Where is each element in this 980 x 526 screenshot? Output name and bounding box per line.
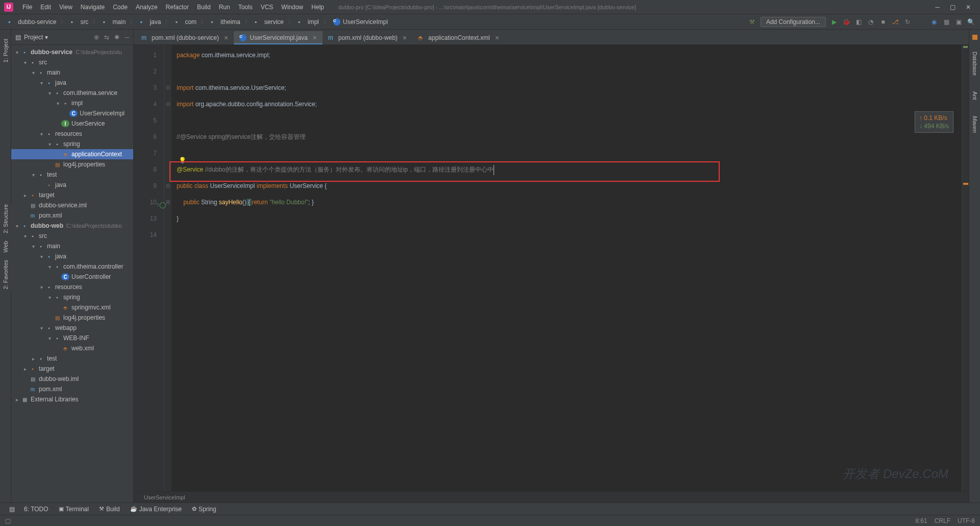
run-icon[interactable]: ▶ bbox=[830, 18, 838, 26]
close-button[interactable]: ✕ bbox=[966, 4, 971, 11]
tree-src[interactable]: ▾▪src bbox=[11, 57, 133, 67]
tree-web-main[interactable]: ▾▪main bbox=[11, 241, 133, 251]
crumb-com[interactable]: ▪com bbox=[172, 17, 200, 27]
tab-structure[interactable]: 2: Structure bbox=[3, 204, 9, 233]
menu-tools[interactable]: Tools bbox=[234, 4, 257, 11]
tree-springmvc[interactable]: ⬘springmvc.xml bbox=[11, 302, 133, 313]
tab-ant[interactable]: Ant bbox=[971, 87, 979, 104]
crumb-src[interactable]: ▪src bbox=[67, 17, 91, 27]
crumb-service[interactable]: ▪service bbox=[252, 17, 287, 27]
tree-web-java[interactable]: ▾▪java bbox=[11, 251, 133, 261]
add-configuration-button[interactable]: Add Configuration... bbox=[761, 17, 826, 27]
tab-pom-web[interactable]: mpom.xml (dubbo-web)× bbox=[323, 31, 412, 44]
profile-icon[interactable]: ◔ bbox=[867, 18, 875, 26]
tree-web-target[interactable]: ▸▪target bbox=[11, 364, 133, 374]
close-tab-icon[interactable]: × bbox=[313, 34, 317, 42]
crumb-impl[interactable]: ▪impl bbox=[295, 17, 322, 27]
close-tab-icon[interactable]: × bbox=[495, 34, 499, 42]
tree-resources[interactable]: ▾▪resources bbox=[11, 129, 133, 139]
error-stripe[interactable] bbox=[962, 45, 969, 491]
minimize-button[interactable]: ─ bbox=[935, 4, 940, 11]
code-editor[interactable]: 123456789101314 ⊟⊟⊟⊞ 💡 ↑◯ package com.it… bbox=[134, 45, 969, 491]
settings-icon[interactable]: ✱ bbox=[114, 34, 119, 41]
menu-build[interactable]: Build bbox=[193, 4, 215, 11]
git-icon[interactable]: ⎇ bbox=[891, 18, 899, 26]
run-gutter-icon[interactable]: ↑◯ bbox=[156, 197, 166, 213]
tree-impl[interactable]: ▾▪impl bbox=[11, 98, 133, 108]
tree-webxml[interactable]: ⬘web.xml bbox=[11, 343, 133, 353]
search-everywhere-icon[interactable]: 🔍 bbox=[967, 18, 975, 26]
tree-web-log4j[interactable]: ▤log4j.properties bbox=[11, 313, 133, 323]
menu-code[interactable]: Code bbox=[109, 4, 132, 11]
crumb-java[interactable]: ▪java bbox=[137, 17, 164, 27]
tool-java-enterprise[interactable]: ☕ Java Enterprise bbox=[125, 506, 187, 513]
tree-test[interactable]: ▾▪test bbox=[11, 170, 133, 180]
tree-main[interactable]: ▾▪main bbox=[11, 67, 133, 78]
tab-favorites[interactable]: 2: Favorites bbox=[3, 260, 9, 289]
debug-icon[interactable]: 🐞 bbox=[842, 18, 850, 26]
tool-todo[interactable]: 6: TODO bbox=[19, 506, 54, 513]
coverage-icon[interactable]: ◧ bbox=[854, 18, 863, 26]
close-tab-icon[interactable]: × bbox=[403, 34, 407, 42]
menu-file[interactable]: File bbox=[18, 4, 36, 11]
collapse-icon[interactable]: ⇆ bbox=[104, 34, 109, 41]
status-encoding[interactable]: UTF-8 bbox=[958, 517, 975, 524]
tool-terminal[interactable]: ▣ Terminal bbox=[54, 506, 94, 513]
crumb-itheima[interactable]: ▪itheima bbox=[208, 17, 243, 27]
tree-userserviceimpl[interactable]: CUserServiceImpl bbox=[11, 108, 133, 118]
inspection-indicator[interactable] bbox=[972, 35, 977, 40]
menu-analyze[interactable]: Analyze bbox=[132, 4, 162, 11]
tree-web-pom[interactable]: mpom.xml bbox=[11, 384, 133, 394]
tab-database[interactable]: Database bbox=[971, 47, 979, 80]
tree-web-spring[interactable]: ▾▪spring bbox=[11, 292, 133, 302]
tree-external-libs[interactable]: ▸▦External Libraries bbox=[11, 394, 133, 404]
tab-appcontext[interactable]: ⬘applicationContext.xml× bbox=[412, 31, 505, 44]
menu-view[interactable]: View bbox=[55, 4, 77, 11]
editor-breadcrumb[interactable]: UserServiceImpl bbox=[134, 491, 969, 503]
tree-module-web[interactable]: ▾▪dubbo-webC:\IdeaProjects\dubbo bbox=[11, 221, 133, 231]
stop-icon[interactable]: ■ bbox=[879, 18, 887, 26]
tree-usercontroller[interactable]: CUserController bbox=[11, 272, 133, 282]
build-icon[interactable]: ⚒ bbox=[748, 18, 756, 26]
status-position[interactable]: 8:61 bbox=[915, 517, 927, 524]
tree-spring[interactable]: ▾▪spring bbox=[11, 139, 133, 149]
menu-run[interactable]: Run bbox=[215, 4, 234, 11]
tree-userservice[interactable]: IUserService bbox=[11, 118, 133, 129]
status-tool-icon[interactable]: ▢ bbox=[5, 517, 11, 524]
tab-pom-service[interactable]: mpom.xml (dubbo-service)× bbox=[136, 31, 234, 44]
tree-web-controller[interactable]: ▾▪com.itheima.controller bbox=[11, 261, 133, 272]
tree-test-java[interactable]: ▪java bbox=[11, 180, 133, 190]
tree-iml[interactable]: ▤dubbo-service.iml bbox=[11, 200, 133, 210]
tool-spring[interactable]: ✿ Spring bbox=[187, 506, 222, 513]
close-tab-icon[interactable]: × bbox=[224, 34, 228, 42]
messages-icon[interactable]: ▤ bbox=[5, 506, 19, 513]
tab-userserviceimpl[interactable]: CUserServiceImpl.java× bbox=[234, 31, 323, 44]
tree-web-src[interactable]: ▾▪src bbox=[11, 231, 133, 241]
intention-bulb-icon[interactable]: 💡 bbox=[179, 152, 186, 169]
tool-build[interactable]: ⚒ Build bbox=[94, 506, 125, 513]
ide-help-icon[interactable]: ◉ bbox=[930, 18, 938, 26]
project-tree[interactable]: ▾▪dubbo-serviceC:\IdeaProjects\du ▾▪src … bbox=[11, 45, 133, 503]
tree-web-resources[interactable]: ▾▪resources bbox=[11, 282, 133, 292]
tree-module-service[interactable]: ▾▪dubbo-serviceC:\IdeaProjects\du bbox=[11, 47, 133, 57]
tab-web[interactable]: Web bbox=[3, 241, 9, 252]
tree-webapp[interactable]: ▾▪webapp bbox=[11, 323, 133, 333]
tree-pom[interactable]: mpom.xml bbox=[11, 210, 133, 221]
tab-project[interactable]: 1: Project bbox=[2, 35, 10, 66]
status-line-separator[interactable]: CRLF bbox=[935, 517, 950, 524]
tree-appcontext[interactable]: ⬘applicationContext bbox=[11, 149, 133, 159]
menu-vcs[interactable]: VCS bbox=[257, 4, 278, 11]
fold-gutter[interactable]: ⊟⊟⊟⊞ bbox=[164, 45, 172, 491]
project-label[interactable]: Project ▾ bbox=[24, 34, 94, 41]
tree-target[interactable]: ▸▪target bbox=[11, 190, 133, 200]
menu-navigate[interactable]: Navigate bbox=[77, 4, 109, 11]
menu-window[interactable]: Window bbox=[277, 4, 307, 11]
maximize-button[interactable]: ▢ bbox=[950, 4, 955, 11]
tree-web-iml[interactable]: ▤dubbo-web.iml bbox=[11, 374, 133, 384]
toolwindow-icon[interactable]: ▣ bbox=[954, 18, 963, 26]
tree-web-test[interactable]: ▸▪test bbox=[11, 353, 133, 364]
tree-java[interactable]: ▾▪java bbox=[11, 78, 133, 88]
locate-icon[interactable]: ⊕ bbox=[94, 34, 99, 41]
structure-icon[interactable]: ▦ bbox=[942, 18, 950, 26]
menu-help[interactable]: Help bbox=[307, 4, 328, 11]
